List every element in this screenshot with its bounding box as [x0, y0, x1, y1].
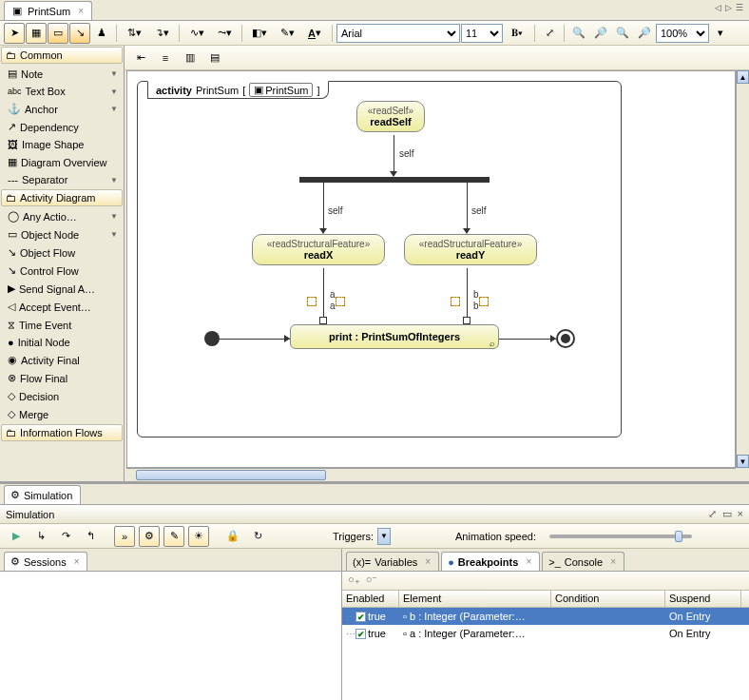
palette-item-acceptevent[interactable]: ◁Accept Event… [1, 298, 123, 316]
align-h-icon[interactable]: ▥ [180, 48, 201, 68]
scroll-up-icon[interactable]: ▲ [737, 70, 749, 84]
diagram-canvas[interactable]: activity PrintSum [ ▣ PrintSum ] «readSe… [126, 70, 736, 468]
palette-item-controlflow[interactable]: ↘Control Flow [1, 262, 123, 280]
align-center-icon[interactable]: ≡ [155, 48, 176, 68]
triggers-select[interactable]: ▼ [377, 528, 391, 545]
close-icon[interactable]: × [425, 556, 431, 567]
select-tool-icon[interactable]: ➤ [4, 23, 25, 44]
step-into-icon[interactable]: ↳ [30, 526, 51, 547]
palette-item-textbox[interactable]: abcText Box▼ [1, 83, 123, 100]
col-element[interactable]: Element [399, 591, 551, 607]
font-color-icon[interactable]: A▾ [301, 23, 328, 44]
fill-color-icon[interactable]: ◧▾ [246, 23, 273, 44]
lock-icon[interactable]: 🔒 [222, 526, 243, 547]
remove-bends-icon[interactable]: ⤳▾ [211, 23, 238, 44]
close-icon[interactable]: × [74, 556, 80, 567]
palette-item-anyaction[interactable]: ◯Any Actio…▼ [1, 207, 123, 225]
palette-item-activityfinal[interactable]: ◉Activity Final [1, 351, 123, 369]
toggle-4-icon[interactable]: ☀ [188, 526, 209, 547]
activity-final-node[interactable] [556, 329, 575, 348]
node-print[interactable]: print : PrintSumOfIntegers ⌕ [290, 324, 499, 349]
col-suspend[interactable]: Suspend [665, 591, 741, 607]
restore-icon[interactable]: ⤢ [708, 508, 717, 520]
slider-thumb[interactable] [675, 531, 682, 542]
table-row[interactable]: ⋯✔true ▫ b : Integer (Parameter:… On Ent… [342, 608, 749, 625]
palette-item-diagramoverview[interactable]: ▦Diagram Overview [1, 153, 123, 171]
palette-item-imageshape[interactable]: 🖼Image Shape [1, 136, 123, 153]
vertical-scrollbar[interactable]: ▲ ▼ [736, 70, 749, 468]
toggle-3-icon[interactable]: ✎ [163, 526, 184, 547]
next-tab-icon[interactable]: ▷ [725, 3, 732, 12]
auto-size-icon[interactable]: ⤢ [539, 23, 560, 44]
close-icon[interactable]: × [78, 6, 84, 16]
palette-item-decision[interactable]: ◇Decision [1, 387, 123, 405]
selection-handle[interactable] [451, 297, 460, 306]
node-readself[interactable]: «readSelf» readSelf [356, 101, 425, 132]
selection-handle[interactable] [336, 297, 345, 306]
line-color-icon[interactable]: ✎▾ [274, 23, 300, 44]
selection-handle[interactable] [307, 297, 317, 306]
font-family-select[interactable]: Arial [336, 24, 460, 43]
sessions-tree[interactable] [0, 572, 341, 700]
table-row[interactable]: ⋯✔true ▫ a : Integer (Parameter:… On Ent… [342, 625, 749, 642]
refresh-icon[interactable]: ↻ [247, 526, 268, 547]
pin-a[interactable] [319, 317, 327, 324]
node-readx[interactable]: «readStructuralFeature» readX [252, 234, 385, 265]
palette-item-flowfinal[interactable]: ⊗Flow Final [1, 369, 123, 387]
palette-item-objectflow[interactable]: ↘Object Flow [1, 243, 123, 262]
edge-fork-readx[interactable] [323, 183, 324, 230]
toggle-1-icon[interactable]: » [114, 526, 135, 547]
node-ready[interactable]: «readStructuralFeature» readY [404, 234, 537, 265]
edge-ready-print[interactable] [467, 268, 468, 321]
zoom-100-icon[interactable]: 🔎 [590, 23, 611, 44]
activity-frame[interactable]: activity PrintSum [ ▣ PrintSum ] «readSe… [137, 81, 622, 438]
palette-item-separator[interactable]: ---Separator▼ [1, 171, 123, 188]
scroll-down-icon[interactable]: ▼ [737, 455, 749, 468]
close-panel-icon[interactable]: × [738, 508, 743, 520]
marquee-tool-icon[interactable]: ▦ [26, 23, 47, 44]
palette-item-anchor[interactable]: ⚓Anchor▼ [1, 100, 123, 118]
tab-variables[interactable]: (x)= Variables × [346, 552, 439, 571]
tab-breakpoints[interactable]: ● Breakpoints × [441, 552, 540, 571]
tab-console[interactable]: >_ Console × [542, 552, 624, 571]
edge-readx-print[interactable] [323, 268, 324, 321]
route-tool-icon[interactable]: ↴▾ [148, 23, 175, 44]
run-icon[interactable]: ▶ [6, 526, 27, 547]
line-style-icon[interactable]: ∿▾ [183, 23, 210, 44]
align-v-icon[interactable]: ▤ [204, 48, 225, 68]
tab-list-icon[interactable]: ☰ [736, 3, 743, 12]
fork-node[interactable] [299, 177, 490, 183]
tab-sessions[interactable]: ⚙ Sessions × [4, 552, 87, 571]
palette-item-timeevent[interactable]: ⧖Time Event [1, 316, 123, 334]
edge-fork-ready[interactable] [467, 183, 468, 230]
prev-tab-icon[interactable]: ◁ [715, 3, 721, 12]
palette-section-common[interactable]: 🗀 Common [1, 47, 123, 64]
edge-readself-fork[interactable] [394, 135, 394, 173]
palette-section-infoflows[interactable]: 🗀 Information Flows [1, 424, 123, 441]
horizontal-scrollbar[interactable] [126, 468, 736, 481]
zoom-select[interactable]: 100% [656, 24, 709, 43]
font-size-select[interactable]: 11 [461, 24, 503, 43]
palette-item-objectnode[interactable]: ▭Object Node▼ [1, 225, 123, 243]
scrollbar-thumb[interactable] [136, 470, 326, 480]
palette-item-initialnode[interactable]: ●Initial Node [1, 334, 123, 351]
palette-section-activity[interactable]: 🗀 Activity Diagram [1, 189, 123, 206]
step-out-icon[interactable]: ↰ [80, 526, 101, 547]
bold-icon[interactable]: 𝐁▾ [504, 23, 530, 44]
palette-item-dependency[interactable]: ↗Dependency [1, 118, 123, 136]
minimize-icon[interactable]: ▭ [722, 508, 732, 520]
initial-node[interactable] [204, 331, 220, 346]
edge-init-print[interactable] [220, 339, 290, 340]
step-over-icon[interactable]: ↷ [55, 526, 76, 547]
palette-item-sendsignal[interactable]: ▶Send Signal A… [1, 280, 123, 298]
col-condition[interactable]: Condition [551, 591, 665, 607]
close-icon[interactable]: × [610, 556, 616, 567]
palette-item-note[interactable]: ▤Note▼ [1, 65, 123, 83]
layout-tool-icon[interactable]: ⇅▾ [121, 23, 147, 44]
editor-tab-printsum[interactable]: ▣ PrintSum × [4, 1, 92, 20]
tab-simulation[interactable]: ⚙ Simulation [4, 485, 81, 504]
toggle-2-icon[interactable]: ⚙ [139, 526, 160, 547]
add-breakpoint-icon[interactable]: ○₊ [348, 574, 360, 588]
stamp-tool-icon[interactable]: ♟ [91, 23, 112, 44]
selection-handle[interactable] [479, 297, 489, 306]
